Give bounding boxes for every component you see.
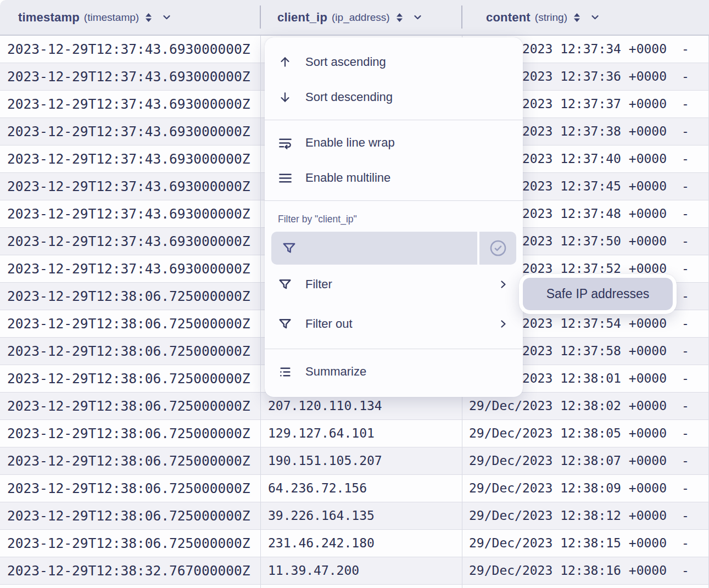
content-dash: - — [682, 310, 689, 337]
timestamp-cell[interactable]: 2023-12-29T12:37:43.693000000Z — [0, 173, 260, 200]
timestamp-cell[interactable]: 2023-12-29T12:38:06.725000000Z — [0, 365, 260, 392]
funnel-icon — [277, 316, 293, 332]
column-name: client_ip — [277, 10, 327, 25]
menu-item-label: Sort descending — [305, 90, 393, 104]
menu-divider — [265, 349, 523, 349]
multiline-icon — [277, 171, 293, 186]
content-cell[interactable]: 29/Dec/2023 12:38:15 +0000- — [462, 530, 709, 557]
arrow-down-icon — [277, 90, 293, 104]
summarize-list-icon — [277, 365, 293, 379]
content-cell[interactable]: 29/Dec/2023 12:38:16 +0000- — [462, 557, 709, 584]
content-text: 29/Dec/2023 12:38:09 +0000 — [469, 481, 667, 495]
timestamp-cell[interactable]: 2023-12-29T12:37:43.693000000Z — [0, 200, 260, 227]
table-row: 2023-12-29T12:38:32.767000000Z 11.39.47.… — [0, 557, 709, 585]
content-dash: - — [682, 173, 689, 200]
client-ip-cell[interactable]: 64.236.72.156 — [260, 475, 462, 502]
filter-by-section-label: Filter by "client_ip" — [265, 206, 523, 232]
menu-item-sort-ascending[interactable]: Sort ascending — [265, 44, 523, 80]
timestamp-cell[interactable]: 2023-12-29T12:38:06.725000000Z — [0, 447, 260, 474]
filter-value-input[interactable] — [297, 232, 477, 265]
chevron-down-icon[interactable] — [590, 12, 600, 23]
client-ip-cell[interactable]: 129.127.64.101 — [260, 420, 462, 447]
timestamp-cell[interactable]: 2023-12-29T12:38:06.725000000Z — [0, 310, 260, 337]
filter-apply-button[interactable] — [479, 232, 516, 265]
content-cell[interactable]: 29/Dec/2023 12:38:05 +0000- — [462, 420, 709, 447]
menu-item-label: Filter — [305, 277, 332, 292]
submenu-item-safe-ip-addresses[interactable]: Safe IP addresses — [523, 278, 673, 310]
check-circle-icon — [488, 238, 508, 258]
column-header-content[interactable]: content (string) — [462, 0, 709, 35]
client-ip-cell[interactable]: 11.39.47.200 — [260, 557, 462, 584]
content-dash: - — [682, 145, 689, 172]
sort-toggle-icon[interactable] — [395, 13, 404, 23]
timestamp-cell[interactable]: 2023-12-29T12:37:43.693000000Z — [0, 63, 260, 90]
table-row: 2023-12-29T12:38:06.725000000Z 39.226.16… — [0, 502, 709, 530]
content-dash: - — [682, 283, 689, 310]
content-dash: - — [682, 200, 689, 227]
timestamp-cell[interactable]: 2023-12-29T12:37:43.693000000Z — [0, 228, 260, 255]
timestamp-cell[interactable]: 2023-12-29T12:38:06.725000000Z — [0, 338, 260, 365]
menu-item-summarize[interactable]: Summarize — [265, 354, 523, 389]
menu-divider — [265, 200, 523, 201]
chevron-down-icon[interactable] — [161, 12, 172, 23]
timestamp-cell[interactable]: 2023-12-29T12:38:06.725000000Z — [0, 283, 260, 310]
menu-item-label: Enable line wrap — [305, 136, 395, 150]
timestamp-cell[interactable]: 2023-12-29T12:38:32.767000000Z — [0, 557, 260, 584]
menu-item-label: Enable multiline — [305, 171, 390, 185]
timestamp-cell[interactable]: 2023-12-29T12:38:06.725000000Z — [0, 502, 260, 529]
timestamp-cell[interactable]: 2023-12-29T12:38:06.725000000Z — [0, 393, 260, 419]
chevron-down-icon[interactable] — [412, 12, 423, 23]
timestamp-cell[interactable]: 2023-12-29T12:37:43.693000000Z — [0, 36, 260, 63]
timestamp-cell[interactable]: 2023-12-29T12:37:43.693000000Z — [0, 118, 260, 145]
content-text: 29/Dec/2023 12:38:15 +0000 — [469, 536, 667, 550]
content-dash: - — [682, 475, 689, 502]
menu-item-label: Summarize — [305, 365, 366, 379]
content-cell[interactable] — [462, 585, 709, 588]
timestamp-cell[interactable]: 2023-12-29T12:38:06.725000000Z — [0, 475, 260, 502]
client-ip-cell[interactable]: 39.226.164.135 — [260, 502, 462, 529]
content-dash: - — [682, 557, 689, 584]
sort-toggle-icon[interactable] — [573, 13, 581, 23]
client-ip-cell[interactable]: 231.46.242.180 — [260, 530, 462, 557]
menu-item-filter-out[interactable]: Filter out — [265, 304, 523, 344]
menu-item-enable-multiline[interactable]: Enable multiline — [265, 160, 523, 195]
column-name: timestamp — [18, 10, 80, 25]
timestamp-cell[interactable]: 2023-12-29T12:37:43.693000000Z — [0, 91, 260, 117]
content-text: 29/Dec/2023 12:38:07 +0000 — [469, 453, 667, 468]
content-cell[interactable]: 29/Dec/2023 12:38:09 +0000- — [462, 475, 709, 502]
content-dash: - — [682, 420, 689, 447]
content-dash: - — [682, 255, 689, 282]
menu-item-sort-descending[interactable]: Sort descending — [265, 80, 523, 115]
menu-item-label: Sort ascending — [305, 55, 386, 69]
chevron-right-icon — [498, 318, 509, 329]
timestamp-cell[interactable]: 2023-12-29T12:38:06.725000000Z — [0, 530, 260, 557]
content-text: 29/Dec/2023 12:38:05 +0000 — [469, 426, 667, 440]
funnel-icon — [281, 240, 297, 256]
content-cell[interactable]: 29/Dec/2023 12:38:07 +0000- — [462, 447, 709, 474]
content-dash: - — [682, 36, 689, 63]
client-ip-cell[interactable] — [260, 585, 462, 588]
funnel-icon — [277, 277, 293, 293]
column-header-timestamp[interactable]: timestamp (timestamp) — [0, 0, 260, 35]
content-cell[interactable]: 29/Dec/2023 12:38:12 +0000- — [462, 502, 709, 529]
column-type: (timestamp) — [84, 12, 139, 24]
timestamp-cell[interactable]: 2023-12-29T12:37:43.693000000Z — [0, 255, 260, 282]
log-table-view: timestamp (timestamp) client_ip (ip_addr… — [0, 0, 709, 588]
menu-item-filter[interactable]: Filter — [265, 265, 523, 304]
timestamp-cell[interactable] — [0, 585, 260, 588]
timestamp-cell[interactable]: 2023-12-29T12:38:06.725000000Z — [0, 420, 260, 447]
column-context-menu: Sort ascending Sort descending Enable li… — [265, 37, 523, 397]
arrow-up-icon — [277, 55, 293, 69]
timestamp-cell[interactable]: 2023-12-29T12:37:43.693000000Z — [0, 145, 260, 172]
content-dash: - — [682, 530, 689, 557]
table-row: 2023-12-29T12:38:06.725000000Z 129.127.6… — [0, 420, 709, 447]
column-header-client-ip[interactable]: client_ip (ip_address) — [260, 0, 462, 35]
sort-toggle-icon[interactable] — [144, 13, 153, 23]
content-text: 29/Dec/2023 12:38:12 +0000 — [469, 508, 667, 523]
content-dash: - — [682, 365, 689, 392]
table-row: 2023-12-29T12:38:06.725000000Z 231.46.24… — [0, 530, 709, 557]
client-ip-cell[interactable]: 190.151.105.207 — [260, 447, 462, 474]
menu-item-enable-line-wrap[interactable]: Enable line wrap — [265, 125, 523, 160]
content-dash: - — [682, 63, 689, 90]
menu-item-label: Filter out — [305, 317, 353, 331]
